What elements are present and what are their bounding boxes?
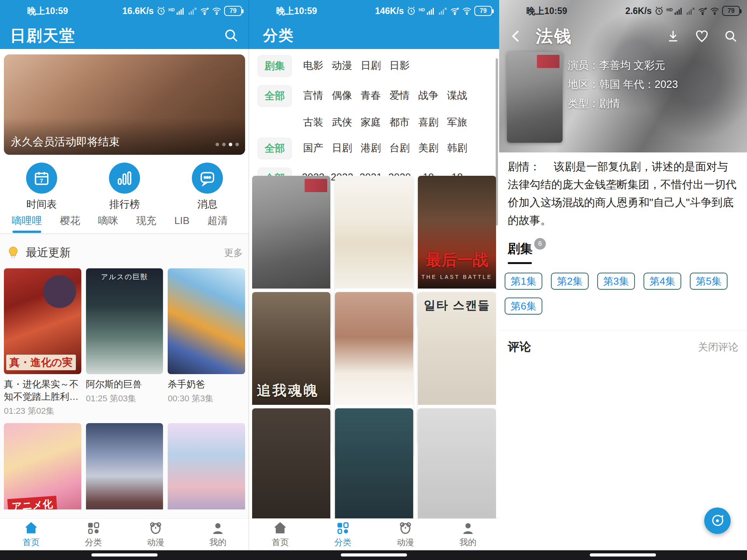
- network-speed: 146K/s: [375, 6, 404, 16]
- home-icon: [273, 521, 287, 535]
- nav-anime[interactable]: 动漫: [374, 519, 437, 550]
- filter-chip-selected[interactable]: 全部: [258, 85, 292, 107]
- status-time: 晚上10:59: [27, 5, 68, 17]
- media-card[interactable]: 真・進化の実 真・进化果实～不知不觉踏上胜利的人生～ 01:23 第02集: [4, 268, 81, 417]
- quick-action-label: 消息: [197, 198, 217, 211]
- filter-option[interactable]: 电影: [299, 59, 328, 72]
- tab-lib[interactable]: LIB: [174, 215, 189, 230]
- episode-button[interactable]: 第2集: [551, 273, 589, 290]
- filter-option[interactable]: 军旅: [443, 116, 472, 129]
- filter-option[interactable]: 美剧: [414, 141, 443, 155]
- signal-icon: [426, 6, 435, 16]
- episode-button[interactable]: 第6集: [505, 298, 542, 315]
- episode-button[interactable]: 第4集: [644, 273, 681, 290]
- nav-label: 分类: [85, 537, 102, 548]
- poster-image: アルスの巨獣: [86, 268, 163, 374]
- media-card[interactable]: [252, 408, 330, 519]
- wifi-icon: [462, 6, 472, 16]
- poster-overlay-text: 真・進化の実: [6, 355, 76, 370]
- carousel-dots[interactable]: [216, 143, 239, 146]
- filter-row-region: 全部 国产 日剧 港剧 台剧 美剧 韩剧: [249, 138, 499, 159]
- quick-action-ranking[interactable]: 排行榜: [93, 163, 156, 211]
- chat-fab-button[interactable]: [704, 508, 731, 534]
- media-card[interactable]: [168, 423, 245, 509]
- close-comments-button[interactable]: 关闭评论: [698, 340, 738, 354]
- nav-category[interactable]: 分类: [312, 519, 374, 550]
- hd-badge: HD: [168, 7, 175, 12]
- search-icon[interactable]: [223, 28, 239, 43]
- filter-option[interactable]: 日剧: [356, 59, 385, 72]
- filter-option[interactable]: 都市: [385, 116, 414, 129]
- media-card[interactable]: [418, 408, 496, 519]
- nav-profile[interactable]: 我的: [437, 519, 499, 550]
- media-card[interactable]: 杀手奶爸 00:30 第3集: [168, 268, 245, 417]
- filter-chip-selected[interactable]: 剧集: [258, 55, 292, 77]
- tab-chaoqing[interactable]: 超清: [207, 214, 228, 231]
- detail-body: 剧情：该剧是一部复仇剧，讲述的是面对与法律勾结的庞大金钱垄断集团，不惜付出一切代…: [499, 152, 747, 560]
- filter-option[interactable]: 日剧: [328, 141, 356, 155]
- lamp-icon: [6, 246, 20, 260]
- bottom-nav: 首页 分类 动漫 我的: [0, 518, 249, 550]
- filter-option[interactable]: 武侠: [328, 116, 356, 129]
- filter-option[interactable]: 台剧: [385, 141, 414, 155]
- filter-option[interactable]: 古装: [299, 116, 328, 129]
- comments-title: 评论: [508, 339, 531, 355]
- tab-yinghua[interactable]: 樱花: [60, 214, 80, 231]
- download-icon[interactable]: [666, 29, 680, 43]
- filter-option[interactable]: 港剧: [356, 141, 385, 155]
- more-link[interactable]: 更多: [224, 247, 243, 259]
- home-screen: 晚上10:59 16.6K/s HD 79 日剧天堂 永久会员活动即将结束: [0, 0, 249, 560]
- media-card[interactable]: アニメ化: [4, 423, 81, 509]
- filter-option[interactable]: 青春: [356, 89, 385, 102]
- nav-anime[interactable]: 动漫: [124, 519, 187, 550]
- nav-category[interactable]: 分类: [62, 519, 124, 550]
- nav-home[interactable]: 首页: [249, 519, 312, 550]
- home-indicator[interactable]: [590, 553, 656, 556]
- episode-button[interactable]: 第3集: [597, 273, 635, 290]
- back-arrow-icon[interactable]: [509, 28, 524, 44]
- home-indicator[interactable]: [341, 553, 407, 556]
- filter-option[interactable]: 喜剧: [414, 116, 443, 129]
- calendar-digit: 7: [40, 177, 43, 184]
- person-icon: [461, 521, 475, 535]
- tab-xianchong[interactable]: 现充: [136, 214, 156, 231]
- media-title: 阿尔斯的巨兽: [86, 378, 163, 390]
- favorite-heart-icon[interactable]: [695, 29, 709, 43]
- home-indicator[interactable]: [91, 553, 158, 556]
- tab-dimi[interactable]: 嘀咪: [98, 214, 118, 231]
- media-title: 杀手奶爸: [168, 378, 245, 390]
- detail-header: 法钱: [499, 23, 747, 49]
- nav-profile[interactable]: 我的: [187, 519, 249, 550]
- grid-icon: [86, 521, 100, 535]
- filter-option[interactable]: 偶像: [328, 89, 356, 102]
- tab-dilili[interactable]: 嘀哩哩: [12, 214, 42, 231]
- filter-option[interactable]: 国产: [299, 141, 328, 155]
- filter-option[interactable]: 家庭: [356, 116, 385, 129]
- quick-action-messages[interactable]: 消息: [176, 163, 238, 211]
- nav-label: 首页: [23, 537, 40, 548]
- episodes-tab[interactable]: 剧集: [508, 240, 533, 257]
- network-speed: 16.6K/s: [123, 6, 154, 16]
- media-card[interactable]: [335, 408, 413, 519]
- detail-poster: [507, 52, 563, 143]
- search-icon[interactable]: [724, 29, 738, 43]
- filter-option[interactable]: 爱情: [385, 89, 414, 102]
- filter-option[interactable]: 动漫: [328, 59, 356, 72]
- filter-option[interactable]: 韩剧: [443, 141, 472, 155]
- filter-option[interactable]: 言情: [299, 89, 328, 102]
- filter-option[interactable]: 谍战: [443, 89, 472, 102]
- quick-action-schedule[interactable]: 7 时间表: [11, 163, 73, 211]
- media-card[interactable]: アルスの巨獣 阿尔斯的巨兽 01:25 第03集: [86, 268, 163, 417]
- alarm-clock-icon: [156, 6, 166, 16]
- section-title: 最近更新: [26, 245, 71, 261]
- episode-button[interactable]: 第1集: [505, 273, 542, 290]
- nav-home[interactable]: 首页: [0, 519, 62, 550]
- episode-button[interactable]: 第5集: [690, 273, 728, 290]
- grid-icon: [336, 521, 350, 535]
- filter-option[interactable]: 战争: [414, 89, 443, 102]
- media-card[interactable]: [86, 423, 163, 509]
- filter-option[interactable]: 日影: [385, 59, 414, 72]
- dot: [222, 143, 226, 146]
- promo-banner[interactable]: 永久会员活动即将结束: [4, 54, 245, 155]
- filter-chip-selected[interactable]: 全部: [258, 138, 292, 159]
